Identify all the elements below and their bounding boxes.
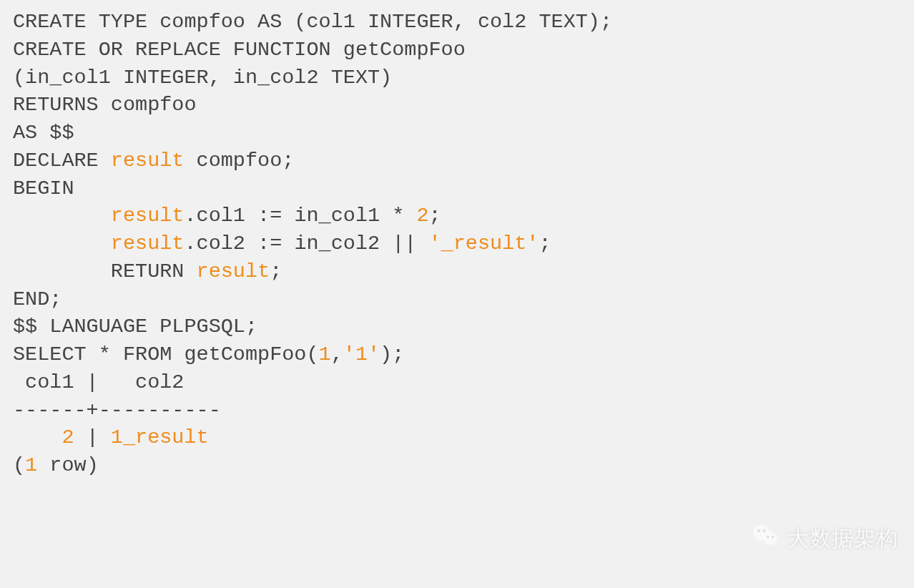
svg-point-3 [763,529,766,532]
code-token: | [74,426,111,449]
code-token [13,204,111,227]
code-token [13,232,111,255]
code-line: RETURN result; [13,258,901,286]
code-line: col1 | col2 [13,369,901,397]
code-line: ------+---------- [13,397,901,425]
code-token: ------+---------- [13,398,221,422]
code-token: .col2 := in_col2 || [184,232,428,255]
code-token: SELECT * FROM getCompFoo( [13,343,319,366]
code-token: ( [13,454,25,477]
code-line: RETURNS compfoo [13,92,901,119]
code-token: 1 [111,426,123,449]
svg-point-5 [772,536,774,538]
code-token: , [331,343,343,366]
code-line: 2 | 1_result [13,424,901,452]
code-token: AS $$ [13,121,74,144]
code-token: result [111,232,185,255]
code-token: result [111,204,185,227]
watermark-text: 大数据架构 [787,524,898,554]
code-line: CREATE OR REPLACE FUNCTION getCompFoo [13,36,901,64]
code-token: ); [380,343,404,366]
watermark: 大数据架构 [750,520,898,558]
code-token: _result [123,426,209,449]
code-token: 2 [62,426,74,449]
code-line: $$ LANGUAGE PLPGSQL; [13,313,901,341]
code-token: result [197,260,270,283]
code-token [13,426,62,449]
code-token: col1 | col2 [13,371,184,394]
code-token: ; [270,260,282,283]
svg-point-4 [767,536,769,538]
code-token: ; [429,204,441,227]
code-token: BEGIN [13,177,74,200]
code-token: DECLARE [13,149,111,172]
code-line: DECLARE result compfoo; [13,147,901,175]
code-token: CREATE OR REPLACE FUNCTION getCompFoo [13,38,466,62]
code-line: BEGIN [13,175,901,203]
code-token: 2 [416,204,428,227]
code-token: '_result' [429,232,539,255]
code-token: compfoo; [184,149,294,172]
code-token: result [111,149,185,172]
wechat-icon [750,520,780,558]
code-token: ; [539,232,551,255]
code-token: CREATE TYPE compfoo AS (col1 INTEGER, co… [13,10,612,34]
code-block: CREATE TYPE compfoo AS (col1 INTEGER, co… [0,0,914,489]
code-line: result.col1 := in_col1 * 2; [13,202,901,230]
code-token: (in_col1 INTEGER, in_col2 TEXT) [13,66,392,89]
code-token: '1' [343,343,380,366]
code-line: (in_col1 INTEGER, in_col2 TEXT) [13,64,901,92]
code-token: 1 [319,343,331,366]
code-line: SELECT * FROM getCompFoo(1,'1'); [13,341,901,369]
code-token: RETURN [13,260,197,283]
code-line: result.col2 := in_col2 || '_result'; [13,230,901,258]
code-token: row) [37,454,99,477]
code-token: 1 [25,454,37,477]
code-token: $$ LANGUAGE PLPGSQL; [13,315,257,338]
code-line: END; [13,286,901,314]
code-line: AS $$ [13,119,901,147]
svg-point-2 [757,529,760,532]
svg-point-1 [763,531,777,545]
code-line: CREATE TYPE compfoo AS (col1 INTEGER, co… [13,9,901,36]
code-line: (1 row) [13,452,901,480]
code-token: RETURNS compfoo [13,93,197,117]
code-token: END; [13,288,62,311]
code-token: .col1 := in_col1 * [184,204,416,227]
